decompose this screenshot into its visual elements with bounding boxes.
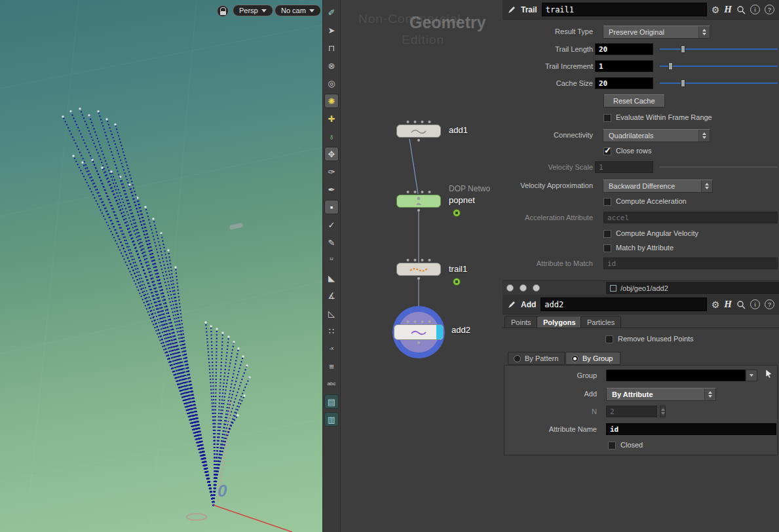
result-type-dropdown[interactable]: Preserve Original (603, 26, 710, 39)
sweep-brush-icon[interactable]: ✐ (324, 5, 339, 20)
attr-name-field[interactable]: id (606, 423, 776, 435)
connectivity-dropdown[interactable]: Quadrilaterals (603, 129, 710, 142)
node-add1[interactable] (396, 124, 441, 138)
window-dot-3[interactable] (533, 284, 540, 292)
remove-unused-checkbox[interactable] (605, 335, 613, 343)
layer-icon[interactable]: ▥ (324, 412, 339, 427)
add-method-label: Add (506, 390, 597, 398)
viewport-canvas: 0 (0, 0, 322, 532)
evaluate-range-checkbox[interactable] (603, 114, 611, 122)
node-add2-label: add2 (451, 325, 470, 335)
light-icon[interactable]: ✺ (324, 94, 339, 108)
trail-length-field[interactable]: 20 (595, 43, 653, 55)
window-title-bar[interactable]: /obj/geo1/add2 (606, 282, 779, 294)
tab-particles[interactable]: Particles (580, 316, 621, 328)
cache-size-field[interactable]: 20 (595, 77, 653, 89)
closed-checkbox[interactable] (608, 442, 616, 449)
pen-tool-icon[interactable]: ✎ (324, 235, 339, 250)
lock-tool-icon[interactable]: ⊓ (324, 41, 339, 55)
origin-label: 0 (218, 481, 227, 501)
network-editor-pane[interactable]: Non-Commercial Edition Geometry add1 DOP… (341, 0, 503, 532)
close-rows-label: Close rows (616, 147, 651, 155)
display-flag-cap[interactable] (436, 325, 443, 339)
velocity-approx-dropdown[interactable]: Backward Difference (603, 180, 713, 193)
result-type-label: Result Type (503, 28, 593, 35)
angle-icon[interactable]: ∡ (324, 288, 339, 303)
gear-icon[interactable]: ⚙ (712, 300, 720, 309)
node-trail1[interactable] (396, 263, 441, 276)
check-tool-icon[interactable]: ✓ (324, 218, 339, 232)
snap-disable-icon[interactable]: ⊗ (324, 58, 339, 73)
help-icon[interactable]: ? (765, 5, 774, 14)
velocity-scale-label: Velocity Scale (503, 163, 593, 171)
match-attr-checkbox[interactable] (603, 244, 611, 252)
globe-icon[interactable]: ♁ (324, 129, 339, 143)
cache-size-label: Cache Size (503, 79, 593, 87)
velocity-scale-field: 1 (595, 161, 653, 173)
compute-angular-checkbox[interactable] (603, 230, 611, 238)
bulb-icon[interactable]: ✚ (324, 111, 339, 126)
compute-angular-label: Compute Angular Velocity (616, 229, 698, 237)
houdini-logo-icon[interactable]: H (724, 299, 732, 310)
superscript-icon[interactable]: ¹² (324, 253, 339, 267)
viewport-lock-button[interactable] (217, 5, 229, 17)
no-cam-dropdown[interactable]: No cam (275, 5, 321, 16)
reset-cache-button[interactable]: Reset Cache (603, 94, 665, 107)
close-rows-checkbox[interactable] (603, 147, 611, 155)
paint-icon[interactable]: ✒ (324, 182, 339, 197)
particle-trails (62, 107, 250, 506)
houdini-window: 0 Persp No cam ✐➤⊓⊗◎✺✚♁✥✑✒▪✓✎¹²◣∡◺∷-x≡ab… (0, 0, 779, 532)
wedge-icon[interactable]: ◣ (324, 271, 339, 285)
n-spinner (660, 406, 666, 417)
trail-increment-field[interactable]: 1 (595, 60, 653, 72)
tab-points[interactable]: Points (504, 316, 538, 328)
trail-name-input[interactable] (542, 3, 707, 16)
trail1-display-flag[interactable] (453, 278, 461, 286)
abc-text-icon[interactable]: abc (324, 377, 339, 391)
viewport-pane[interactable]: 0 Persp No cam (0, 0, 322, 532)
info-icon[interactable]: i (750, 5, 760, 14)
by-group-toggle[interactable]: By Group (565, 352, 620, 365)
brush-icon[interactable]: ✑ (324, 164, 339, 179)
group-dropdown-button[interactable] (746, 370, 757, 381)
gear-icon[interactable]: ⚙ (712, 5, 720, 14)
add2-window-bar: /obj/geo1/add2 (503, 280, 779, 295)
axis-icon[interactable]: -x (324, 341, 339, 356)
node-popnet[interactable] (396, 195, 441, 208)
search-icon[interactable] (736, 300, 746, 309)
window-dot-2[interactable] (520, 284, 527, 292)
by-pattern-toggle[interactable]: By Pattern (508, 352, 565, 365)
trail-increment-slider[interactable] (660, 61, 778, 71)
radio-icon (571, 355, 579, 362)
info-icon[interactable]: i (750, 299, 760, 309)
pencil-icon (507, 5, 516, 14)
closed-label: Closed (620, 441, 643, 449)
node-add2[interactable] (394, 324, 444, 340)
houdini-logo-icon[interactable]: H (724, 4, 732, 15)
select-arrow-icon[interactable]: ➤ (324, 23, 339, 37)
compute-accel-checkbox[interactable] (603, 198, 611, 206)
image-plane-icon[interactable]: ▤ (324, 394, 339, 409)
node-popnet-label: popnet (449, 195, 475, 205)
window-dot-1[interactable] (506, 284, 514, 292)
add-name-input[interactable] (541, 297, 706, 311)
trail-increment-label: Trail Increment (503, 62, 593, 70)
hand-tool-icon[interactable]: ✥ (324, 147, 339, 161)
handle-gizmo[interactable] (229, 223, 244, 230)
ruler-icon[interactable]: ◺ (324, 306, 339, 320)
cache-size-slider[interactable] (660, 78, 778, 88)
group-field[interactable] (606, 370, 746, 381)
view-target-icon[interactable]: ◎ (324, 76, 339, 90)
help-icon[interactable]: ? (765, 299, 774, 309)
search-icon[interactable] (736, 5, 746, 14)
camera-persp-dropdown[interactable]: Persp (233, 5, 273, 16)
n-field: 2 (606, 406, 657, 417)
tab-polygons[interactable]: Polygons (537, 316, 582, 328)
group-select-arrow-icon[interactable] (764, 369, 774, 379)
equal-circle-icon[interactable]: ≡ (324, 359, 339, 373)
point-select-icon[interactable]: ▪ (324, 200, 339, 214)
add-method-dropdown[interactable]: By Attribute (606, 388, 716, 401)
popnet-display-flag[interactable] (453, 209, 461, 217)
trail-length-slider[interactable] (660, 44, 778, 54)
dots-icon[interactable]: ∷ (324, 324, 339, 338)
